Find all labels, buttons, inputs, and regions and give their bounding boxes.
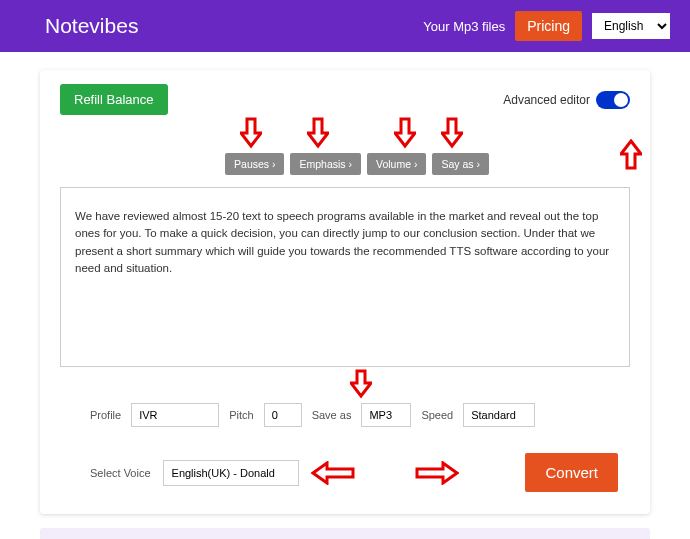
language-select[interactable]: English	[592, 13, 670, 39]
arrow-up-icon	[620, 139, 642, 171]
arrow-left-icon	[311, 461, 355, 485]
emphasis-button[interactable]: Emphasis ›	[290, 153, 361, 175]
arrow-down-icon	[441, 117, 463, 149]
bottom-panel: Listen mp3 0:06 / 0:22 🔊 Download file D…	[40, 528, 650, 539]
profile-input[interactable]	[131, 403, 219, 427]
arrow-down-icon	[394, 117, 416, 149]
speed-input[interactable]	[463, 403, 535, 427]
annotation-arrows-top	[60, 117, 630, 149]
volume-button[interactable]: Volume ›	[367, 153, 426, 175]
arrow-right-icon	[415, 461, 459, 485]
convert-button[interactable]: Convert	[525, 453, 618, 492]
pitch-label: Pitch	[229, 409, 253, 421]
arrow-down-icon	[350, 369, 372, 399]
editor-card: Refill Balance Advanced editor Pauses › …	[40, 70, 650, 514]
annotation-arrow-pitch	[60, 369, 630, 399]
refill-balance-button[interactable]: Refill Balance	[60, 84, 168, 115]
advanced-editor-label: Advanced editor	[503, 93, 590, 107]
speed-label: Speed	[421, 409, 453, 421]
pitch-input[interactable]	[264, 403, 302, 427]
text-editor[interactable]: We have reviewed almost 15-20 text to sp…	[60, 187, 630, 367]
arrow-down-icon	[307, 117, 329, 149]
profile-label: Profile	[90, 409, 121, 421]
select-voice-input[interactable]	[163, 460, 299, 486]
pauses-button[interactable]: Pauses ›	[225, 153, 284, 175]
mp3-files-link[interactable]: Your Mp3 files	[423, 19, 505, 34]
brand-title: Notevibes	[45, 14, 423, 38]
pricing-button[interactable]: Pricing	[515, 11, 582, 41]
select-voice-label: Select Voice	[90, 467, 151, 479]
sayas-button[interactable]: Say as ›	[432, 153, 489, 175]
advanced-editor-toggle[interactable]	[596, 91, 630, 109]
saveas-label: Save as	[312, 409, 352, 421]
saveas-input[interactable]	[361, 403, 411, 427]
app-header: Notevibes Your Mp3 files Pricing English	[0, 0, 690, 52]
arrow-down-icon	[240, 117, 262, 149]
